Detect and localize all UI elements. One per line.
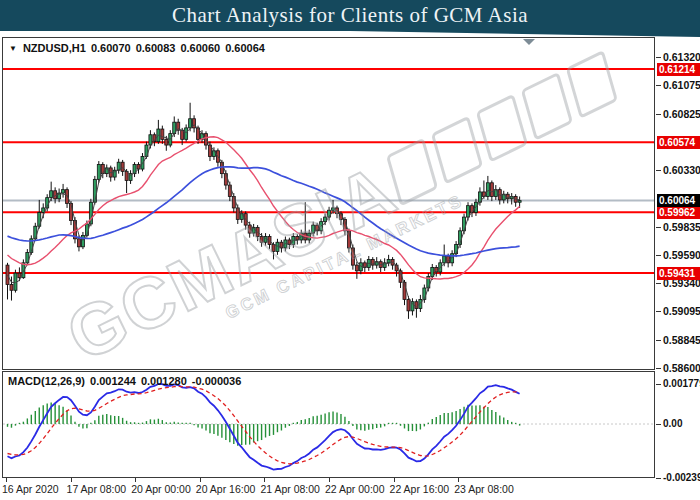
ohlc-close: 0.60064 [225,42,265,54]
candle-body [490,183,493,197]
macd-tick-label: 0.001779 [663,378,700,389]
time-axis-tick [135,478,136,482]
candle-body [97,164,100,179]
price-axis-tick [656,85,661,86]
price-axis-tick [656,311,661,312]
level-price-badge: 0.59962 [657,206,700,219]
price-axis-tick [656,170,661,171]
price-axis-tick [656,57,661,58]
price-tick-label: 0.60825 [663,108,700,120]
time-label: 22 Apr 00:00 [325,483,385,495]
candle-body [332,208,335,210]
price-axis[interactable]: 0.613200.610750.608250.603300.598350.595… [654,37,700,478]
candle-body [407,299,410,310]
candle-body [185,128,188,139]
price-tick-label: 0.59835 [663,221,700,233]
time-axis[interactable]: 16 Apr 202017 Apr 08:0020 Apr 00:0020 Ap… [0,478,700,500]
macd-value-signal: 0.001280 [141,375,187,387]
time-label: 20 Apr 16:00 [196,483,256,495]
ohlc-high: 0.60083 [136,42,176,54]
price-tick-label: 0.61320 [663,51,700,63]
level-price-badge: 0.59431 [657,267,700,280]
candle-body [6,265,9,284]
ohlc-open: 0.60070 [91,42,131,54]
candle-body [50,191,53,198]
candle-body [272,245,275,252]
candle-body [518,201,521,203]
macd-axis-tick [656,384,661,385]
time-label: 20 Apr 00:00 [131,483,191,495]
price-tick-label: 0.59590 [663,249,700,261]
macd-value-main: 0.001244 [90,375,136,387]
current-price-badge: 0.60064 [657,194,700,207]
time-label: 21 Apr 08:00 [260,483,320,495]
time-label: 23 Apr 08:00 [454,483,514,495]
price-axis-tick [656,340,661,341]
candle-body [486,183,489,197]
price-tick-label: 0.60330 [663,164,700,176]
page-title: Chart Analysis for Clients of GCM Asia [172,3,528,28]
candle-body [387,259,390,262]
symbol-label: NZDUSD,H1 [23,42,86,54]
candle-body [77,239,80,247]
time-axis-tick [71,478,72,482]
candle-body [121,162,124,171]
time-label: 17 Apr 08:00 [67,483,127,495]
macd-value-histogram: -0.000036 [192,375,242,387]
chart-shift-marker-icon[interactable] [523,39,535,45]
macd-chart[interactable] [3,372,654,475]
symbol-header[interactable]: ▼NZDUSD,H10.600700.600830.600600.60064 [9,42,265,54]
level-price-badge: 0.61214 [657,63,700,76]
time-label: 22 Apr 16:00 [390,483,450,495]
price-tick-label: 0.58600 [663,362,700,374]
time-axis-tick [264,478,265,482]
ma-fast-line [8,125,520,307]
price-axis-tick [656,227,661,228]
price-tick-label: 0.58845 [663,334,700,346]
candle-body [443,256,446,263]
time-axis-tick [200,478,201,482]
candlestick-chart[interactable] [3,38,654,369]
macd-signal-line [8,386,520,463]
time-label: 16 Apr 2020 [2,483,59,495]
candle-body [81,235,84,246]
candle-body [62,190,65,193]
macd-label: MACD(12,26,9) [8,375,85,387]
price-tick-label: 0.61075 [663,79,700,91]
candle-body [355,265,358,271]
price-axis-tick [656,368,661,369]
candle-body [10,285,13,291]
macd-header: MACD(12,26,9)0.0012440.001280-0.000036 [8,375,246,387]
macd-indicator-panel[interactable]: MACD(12,26,9)0.0012440.001280-0.000036 [2,371,655,478]
candle-body [165,139,168,145]
time-axis-tick [394,478,395,482]
candle-body [189,119,192,128]
macd-axis-tick [656,424,661,425]
ohlc-low: 0.60060 [180,42,220,54]
level-price-badge: 0.60574 [657,136,700,149]
price-axis-tick [656,114,661,115]
time-axis-tick [458,478,459,482]
macd-tick-label: 0.00 [663,418,682,429]
macd-main-line [8,384,520,470]
time-axis-tick [329,478,330,482]
chevron-down-icon[interactable]: ▼ [9,44,17,53]
candle-body [260,237,263,243]
price-tick-label: 0.59095 [663,305,700,317]
mt4-chart-window: Chart Analysis for Clients of GCM Asia ▼… [0,0,700,500]
price-axis-tick [656,283,661,284]
time-axis-tick [6,478,7,482]
price-axis-tick [656,255,661,256]
candle-body [248,225,251,233]
candle-body [161,129,164,139]
main-chart-panel[interactable]: ▼NZDUSD,H10.600700.600830.600600.60064 G… [2,37,655,370]
title-bar: Chart Analysis for Clients of GCM Asia [0,0,700,31]
